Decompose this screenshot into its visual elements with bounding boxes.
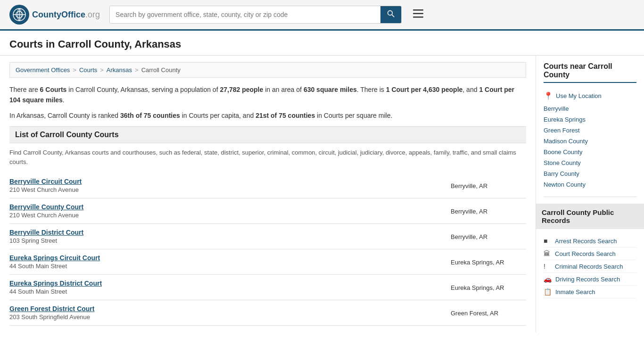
svg-line-6 bbox=[392, 15, 394, 17]
public-record-item: 🏛 Court Records Search bbox=[544, 247, 636, 260]
search-button[interactable] bbox=[380, 6, 401, 23]
nearby-links-list: BerryvilleEureka SpringsGreen ForestMadi… bbox=[544, 103, 636, 190]
record-icon: 📋 bbox=[544, 288, 552, 296]
logo-text: CountyOffice.org bbox=[32, 10, 100, 20]
public-record-link[interactable]: Arrest Records Search bbox=[555, 238, 617, 245]
nearby-link[interactable]: Madison County bbox=[544, 136, 636, 147]
court-item-info: Green Forest District Court 203 South Sp… bbox=[9, 305, 526, 321]
svg-point-5 bbox=[388, 11, 393, 16]
court-item-city: Berryville, AR bbox=[451, 181, 526, 189]
court-item-city: Berryville, AR bbox=[451, 207, 526, 215]
menu-button[interactable] bbox=[411, 7, 425, 23]
court-item: Eureka Springs District Court 44 South M… bbox=[9, 275, 526, 300]
nearby-link[interactable]: Boone County bbox=[544, 147, 636, 157]
svg-rect-8 bbox=[413, 13, 423, 15]
court-item: Berryville District Court 103 Spring Str… bbox=[9, 224, 526, 249]
public-record-link[interactable]: Inmate Search bbox=[555, 288, 595, 296]
court-item: Berryville County Court 210 West Church … bbox=[9, 198, 526, 224]
record-icon: 🚗 bbox=[544, 275, 552, 283]
search-input[interactable] bbox=[110, 6, 380, 23]
breadcrumb-courts[interactable]: Courts bbox=[79, 66, 97, 74]
record-icon: 🏛 bbox=[544, 250, 551, 257]
court-item-address: 210 West Church Avenue bbox=[9, 212, 83, 219]
court-item-city: Eureka Springs, AR bbox=[451, 258, 526, 266]
page-title-bar: Courts in Carroll County, Arkansas bbox=[0, 31, 644, 56]
nearby-link[interactable]: Berryville bbox=[544, 103, 636, 114]
court-item: Berryville Circuit Court 210 West Church… bbox=[9, 173, 526, 198]
list-description: Find Carroll County, Arkansas courts and… bbox=[9, 148, 526, 166]
public-record-link[interactable]: Driving Records Search bbox=[555, 276, 620, 283]
public-record-item: 📋 Inmate Search bbox=[544, 286, 636, 298]
court-item-name[interactable]: Berryville District Court bbox=[9, 229, 83, 236]
court-item-address: 44 South Main Street bbox=[9, 288, 102, 295]
search-bar bbox=[109, 6, 402, 24]
court-item-address: 203 South Springfield Avenue bbox=[9, 313, 94, 321]
breadcrumb: Government Offices > Courts > Arkansas >… bbox=[9, 62, 526, 78]
sidebar-divider bbox=[544, 197, 636, 197]
court-item-city: Berryville, AR bbox=[451, 232, 526, 240]
summary-paragraph-1: There are 6 Courts in Carroll County, Ar… bbox=[9, 84, 526, 106]
nearby-link[interactable]: Stone County bbox=[544, 157, 636, 168]
nearby-link[interactable]: Newton County bbox=[544, 179, 636, 190]
court-item-name[interactable]: Berryville County Court bbox=[9, 203, 83, 211]
use-my-location-row: 📍 Use My Location bbox=[544, 89, 636, 103]
nearby-title: Courts near Carroll County bbox=[544, 62, 636, 83]
court-item-info: Eureka Springs Circuit Court 44 South Ma… bbox=[9, 254, 526, 270]
public-record-link[interactable]: Criminal Records Search bbox=[555, 263, 623, 270]
court-item-address: 210 West Church Avenue bbox=[9, 186, 82, 193]
court-item-name[interactable]: Berryville Circuit Court bbox=[9, 178, 82, 185]
nearby-link[interactable]: Green Forest bbox=[544, 125, 636, 136]
logo-icon bbox=[9, 5, 29, 25]
public-records-list: ■ Arrest Records Search 🏛 Court Records … bbox=[544, 235, 636, 298]
public-record-link[interactable]: Court Records Search bbox=[555, 250, 616, 257]
court-item-name[interactable]: Green Forest District Court bbox=[9, 305, 94, 313]
breadcrumb-current: Carroll County bbox=[141, 66, 181, 74]
site-header: CountyOffice.org bbox=[0, 0, 644, 31]
breadcrumb-govt-offices[interactable]: Government Offices bbox=[16, 66, 70, 74]
court-item-info: Berryville Circuit Court 210 West Church… bbox=[9, 178, 526, 193]
court-item-address: 44 South Main Street bbox=[9, 263, 100, 270]
page-title: Courts in Carroll County, Arkansas bbox=[9, 38, 635, 50]
svg-rect-7 bbox=[413, 9, 423, 11]
nearby-link[interactable]: Barry County bbox=[544, 168, 636, 179]
court-item: Green Forest District Court 203 South Sp… bbox=[9, 300, 526, 326]
court-list: Berryville Circuit Court 210 West Church… bbox=[9, 173, 526, 326]
court-item-name[interactable]: Eureka Springs Circuit Court bbox=[9, 254, 100, 262]
sidebar: Courts near Carroll County 📍 Use My Loca… bbox=[536, 56, 644, 332]
record-icon: ■ bbox=[544, 237, 551, 245]
court-item-address: 103 Spring Street bbox=[9, 237, 83, 244]
public-record-item: ■ Arrest Records Search bbox=[544, 235, 636, 247]
public-record-item: 🚗 Driving Records Search bbox=[544, 273, 636, 286]
court-item: Eureka Springs Circuit Court 44 South Ma… bbox=[9, 249, 526, 275]
use-my-location-link[interactable]: Use My Location bbox=[556, 90, 602, 101]
court-item-info: Berryville District Court 103 Spring Str… bbox=[9, 229, 526, 244]
court-item-city: Eureka Springs, AR bbox=[451, 283, 526, 291]
court-item-city: Green Forest, AR bbox=[451, 309, 526, 317]
court-item-info: Berryville County Court 210 West Church … bbox=[9, 203, 526, 219]
site-logo[interactable]: CountyOffice.org bbox=[9, 5, 100, 25]
court-item-info: Eureka Springs District Court 44 South M… bbox=[9, 280, 526, 295]
location-pin-icon: 📍 bbox=[544, 91, 553, 100]
record-icon: ! bbox=[544, 263, 551, 270]
nearby-link[interactable]: Eureka Springs bbox=[544, 114, 636, 125]
list-section-heading: List of Carroll County Courts bbox=[9, 126, 526, 143]
summary-paragraph-2: In Arkansas, Carroll County is ranked 36… bbox=[9, 110, 526, 121]
main-content: Government Offices > Courts > Arkansas >… bbox=[0, 56, 536, 332]
court-item-name[interactable]: Eureka Springs District Court bbox=[9, 280, 102, 287]
svg-rect-9 bbox=[413, 16, 423, 18]
public-record-item: ! Criminal Records Search bbox=[544, 260, 636, 273]
public-records-title: Carroll County Public Records bbox=[536, 204, 644, 229]
breadcrumb-arkansas[interactable]: Arkansas bbox=[107, 66, 132, 74]
